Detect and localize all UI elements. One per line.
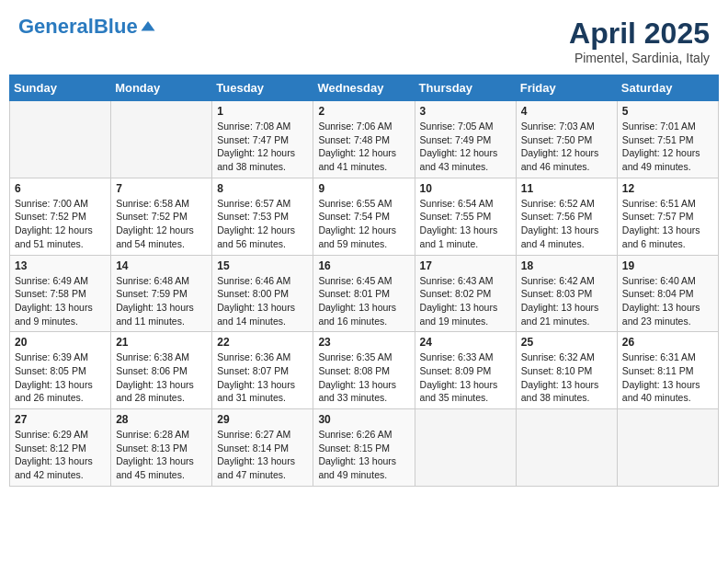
day-info: Sunrise: 6:42 AM Sunset: 8:03 PM Dayligh… [521,274,612,328]
day-info: Sunrise: 6:32 AM Sunset: 8:10 PM Dayligh… [521,350,612,405]
day-number: 14 [116,259,207,272]
calendar-cell: 7Sunrise: 6:58 AM Sunset: 7:52 PM Daylig… [111,178,212,255]
day-info: Sunrise: 6:28 AM Sunset: 8:13 PM Dayligh… [116,428,207,482]
day-number: 7 [116,182,207,195]
day-number: 13 [15,259,106,272]
day-number: 3 [420,105,511,118]
day-of-week-header: Saturday [617,75,718,101]
calendar-cell: 14Sunrise: 6:48 AM Sunset: 7:59 PM Dayli… [111,255,212,332]
location-subtitle: Pimentel, Sardinia, Italy [569,51,710,65]
calendar-cell: 19Sunrise: 6:40 AM Sunset: 8:04 PM Dayli… [617,255,718,332]
calendar-cell: 3Sunrise: 7:05 AM Sunset: 7:49 PM Daylig… [415,101,516,178]
day-number: 11 [521,182,612,195]
day-number: 27 [15,413,106,426]
day-number: 25 [521,336,612,349]
calendar-week-row: 6Sunrise: 7:00 AM Sunset: 7:52 PM Daylig… [10,178,719,255]
calendar-cell [516,409,617,487]
day-info: Sunrise: 6:43 AM Sunset: 8:02 PM Dayligh… [420,274,511,328]
logo-text: GeneralBlue [18,17,138,37]
day-number: 20 [15,336,106,349]
day-info: Sunrise: 6:54 AM Sunset: 7:55 PM Dayligh… [420,197,511,251]
calendar-cell: 20Sunrise: 6:39 AM Sunset: 8:05 PM Dayli… [10,332,111,409]
calendar-cell: 17Sunrise: 6:43 AM Sunset: 8:02 PM Dayli… [415,255,516,332]
day-number: 9 [318,182,409,195]
calendar-header-row: SundayMondayTuesdayWednesdayThursdayFrid… [10,75,719,101]
day-number: 17 [420,259,511,272]
day-number: 30 [318,413,409,426]
calendar-week-row: 20Sunrise: 6:39 AM Sunset: 8:05 PM Dayli… [10,332,719,409]
page-header: GeneralBlue April 2025 Pimentel, Sardini… [9,9,719,71]
day-number: 15 [217,259,308,272]
calendar-cell: 22Sunrise: 6:36 AM Sunset: 8:07 PM Dayli… [212,332,313,409]
calendar-cell [10,101,111,178]
day-number: 19 [622,259,713,272]
day-number: 26 [622,336,713,349]
day-info: Sunrise: 6:35 AM Sunset: 8:08 PM Dayligh… [318,350,409,405]
day-number: 12 [622,182,713,195]
calendar-cell: 4Sunrise: 7:03 AM Sunset: 7:50 PM Daylig… [516,101,617,178]
calendar-cell: 24Sunrise: 6:33 AM Sunset: 8:09 PM Dayli… [415,332,516,409]
calendar-cell: 8Sunrise: 6:57 AM Sunset: 7:53 PM Daylig… [212,178,313,255]
day-info: Sunrise: 6:38 AM Sunset: 8:06 PM Dayligh… [116,350,207,405]
month-title: April 2025 [569,17,710,51]
day-info: Sunrise: 7:06 AM Sunset: 7:48 PM Dayligh… [318,120,409,174]
day-info: Sunrise: 6:36 AM Sunset: 8:07 PM Dayligh… [217,350,308,405]
day-number: 4 [521,105,612,118]
day-info: Sunrise: 7:01 AM Sunset: 7:51 PM Dayligh… [622,120,713,174]
day-info: Sunrise: 6:45 AM Sunset: 8:01 PM Dayligh… [318,274,409,328]
calendar-cell: 1Sunrise: 7:08 AM Sunset: 7:47 PM Daylig… [212,101,313,178]
calendar-cell: 5Sunrise: 7:01 AM Sunset: 7:51 PM Daylig… [617,101,718,178]
day-number: 23 [318,336,409,349]
day-info: Sunrise: 6:46 AM Sunset: 8:00 PM Dayligh… [217,274,308,328]
day-info: Sunrise: 7:08 AM Sunset: 7:47 PM Dayligh… [217,120,308,174]
day-info: Sunrise: 7:05 AM Sunset: 7:49 PM Dayligh… [420,120,511,174]
calendar-cell: 18Sunrise: 6:42 AM Sunset: 8:03 PM Dayli… [516,255,617,332]
calendar-week-row: 1Sunrise: 7:08 AM Sunset: 7:47 PM Daylig… [10,101,719,178]
calendar-cell [617,409,718,487]
day-of-week-header: Monday [111,75,212,101]
day-number: 29 [217,413,308,426]
day-info: Sunrise: 6:29 AM Sunset: 8:12 PM Dayligh… [15,428,106,482]
day-info: Sunrise: 6:49 AM Sunset: 7:58 PM Dayligh… [15,274,106,328]
calendar-cell: 12Sunrise: 6:51 AM Sunset: 7:57 PM Dayli… [617,178,718,255]
calendar-table: SundayMondayTuesdayWednesdayThursdayFrid… [9,75,719,487]
day-info: Sunrise: 6:48 AM Sunset: 7:59 PM Dayligh… [116,274,207,328]
day-of-week-header: Sunday [10,75,111,101]
calendar-week-row: 13Sunrise: 6:49 AM Sunset: 7:58 PM Dayli… [10,255,719,332]
calendar-cell: 28Sunrise: 6:28 AM Sunset: 8:13 PM Dayli… [111,409,212,487]
day-info: Sunrise: 6:31 AM Sunset: 8:11 PM Dayligh… [622,350,713,405]
calendar-cell: 15Sunrise: 6:46 AM Sunset: 8:00 PM Dayli… [212,255,313,332]
svg-marker-0 [141,21,154,31]
logo: GeneralBlue [18,17,156,37]
calendar-cell: 9Sunrise: 6:55 AM Sunset: 7:54 PM Daylig… [313,178,415,255]
day-info: Sunrise: 6:27 AM Sunset: 8:14 PM Dayligh… [217,428,308,482]
day-of-week-header: Thursday [415,75,516,101]
day-info: Sunrise: 6:26 AM Sunset: 8:15 PM Dayligh… [318,428,409,482]
calendar-cell: 11Sunrise: 6:52 AM Sunset: 7:56 PM Dayli… [516,178,617,255]
calendar-cell: 27Sunrise: 6:29 AM Sunset: 8:12 PM Dayli… [10,409,111,487]
day-number: 16 [318,259,409,272]
day-of-week-header: Wednesday [313,75,415,101]
title-block: April 2025 Pimentel, Sardinia, Italy [569,17,710,65]
day-of-week-header: Tuesday [212,75,313,101]
day-info: Sunrise: 7:00 AM Sunset: 7:52 PM Dayligh… [15,197,106,251]
day-number: 2 [318,105,409,118]
calendar-cell: 30Sunrise: 6:26 AM Sunset: 8:15 PM Dayli… [313,409,415,487]
calendar-cell: 16Sunrise: 6:45 AM Sunset: 8:01 PM Dayli… [313,255,415,332]
calendar-cell: 23Sunrise: 6:35 AM Sunset: 8:08 PM Dayli… [313,332,415,409]
day-number: 6 [15,182,106,195]
calendar-cell: 29Sunrise: 6:27 AM Sunset: 8:14 PM Dayli… [212,409,313,487]
day-number: 28 [116,413,207,426]
calendar-cell: 13Sunrise: 6:49 AM Sunset: 7:58 PM Dayli… [10,255,111,332]
day-number: 24 [420,336,511,349]
day-number: 5 [622,105,713,118]
day-number: 8 [217,182,308,195]
calendar-week-row: 27Sunrise: 6:29 AM Sunset: 8:12 PM Dayli… [10,409,719,487]
day-of-week-header: Friday [516,75,617,101]
day-info: Sunrise: 6:33 AM Sunset: 8:09 PM Dayligh… [420,350,511,405]
calendar-cell [111,101,212,178]
day-number: 22 [217,336,308,349]
day-info: Sunrise: 6:52 AM Sunset: 7:56 PM Dayligh… [521,197,612,251]
day-info: Sunrise: 7:03 AM Sunset: 7:50 PM Dayligh… [521,120,612,174]
day-info: Sunrise: 6:39 AM Sunset: 8:05 PM Dayligh… [15,350,106,405]
